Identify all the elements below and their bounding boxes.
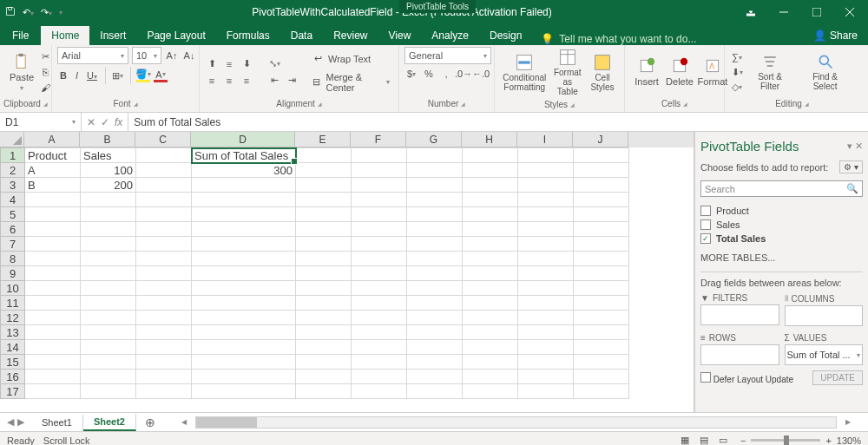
cell[interactable] bbox=[574, 237, 629, 252]
cell[interactable] bbox=[296, 296, 352, 311]
cell[interactable] bbox=[352, 148, 407, 163]
cell[interactable] bbox=[25, 252, 81, 266]
update-button[interactable]: UPDATE bbox=[812, 370, 863, 385]
cell[interactable] bbox=[518, 296, 574, 311]
field-checkbox[interactable] bbox=[700, 219, 711, 230]
cell[interactable] bbox=[296, 163, 352, 178]
cell[interactable] bbox=[574, 355, 629, 370]
cell[interactable] bbox=[81, 207, 136, 222]
cell[interactable] bbox=[463, 384, 518, 399]
cell[interactable] bbox=[352, 178, 407, 193]
field-checkbox[interactable] bbox=[700, 206, 711, 216]
bold-button[interactable]: B bbox=[57, 69, 69, 82]
sheet-nav-prev-icon[interactable]: ◀ bbox=[7, 416, 14, 428]
cell[interactable] bbox=[463, 340, 518, 355]
column-header[interactable]: E bbox=[295, 132, 351, 147]
insert-cells-button[interactable]: Insert bbox=[630, 56, 663, 88]
cell[interactable] bbox=[518, 207, 574, 222]
hscroll-right-icon[interactable]: ▶ bbox=[845, 418, 851, 426]
cell[interactable]: Sum of Total Sales bbox=[192, 148, 296, 163]
cell[interactable] bbox=[463, 178, 518, 193]
cell[interactable]: 300 bbox=[192, 163, 296, 178]
format-as-table-button[interactable]: Format as Table bbox=[549, 47, 586, 98]
cell[interactable] bbox=[407, 148, 463, 163]
field-search[interactable]: Search🔍 bbox=[700, 180, 863, 197]
cell[interactable] bbox=[518, 237, 574, 252]
cell[interactable] bbox=[25, 370, 81, 384]
increase-indent-icon[interactable]: ⇥ bbox=[285, 74, 299, 88]
cell[interactable] bbox=[518, 178, 574, 193]
merge-center-button[interactable]: ⊟Merge & Center▾ bbox=[307, 70, 393, 95]
tab-insert[interactable]: Insert bbox=[89, 26, 136, 45]
cell[interactable] bbox=[407, 355, 463, 370]
cell[interactable] bbox=[518, 148, 574, 163]
column-header[interactable]: H bbox=[462, 132, 517, 147]
cell[interactable] bbox=[574, 281, 629, 296]
cell[interactable] bbox=[518, 384, 574, 399]
row-header[interactable]: 6 bbox=[1, 222, 25, 237]
cell[interactable] bbox=[81, 355, 136, 370]
cell[interactable] bbox=[192, 340, 296, 355]
cell[interactable] bbox=[352, 237, 407, 252]
cell[interactable] bbox=[463, 296, 518, 311]
filters-dropzone[interactable] bbox=[700, 304, 779, 325]
cell[interactable] bbox=[352, 311, 407, 325]
cell[interactable] bbox=[136, 325, 192, 340]
tab-view[interactable]: View bbox=[378, 26, 422, 45]
cell[interactable]: A bbox=[25, 163, 81, 178]
row-header[interactable]: 14 bbox=[1, 340, 25, 355]
cell[interactable] bbox=[296, 340, 352, 355]
cell[interactable] bbox=[136, 207, 192, 222]
cell[interactable] bbox=[574, 325, 629, 340]
tab-analyze[interactable]: Analyze bbox=[421, 26, 479, 45]
cell[interactable] bbox=[352, 252, 407, 266]
cell[interactable] bbox=[81, 237, 136, 252]
cell[interactable] bbox=[407, 222, 463, 237]
cell[interactable] bbox=[136, 281, 192, 296]
cell[interactable] bbox=[192, 325, 296, 340]
cell[interactable] bbox=[407, 384, 463, 399]
row-header[interactable]: 13 bbox=[1, 325, 25, 340]
cell[interactable] bbox=[352, 325, 407, 340]
row-header[interactable]: 3 bbox=[1, 178, 25, 193]
cell[interactable] bbox=[352, 207, 407, 222]
cell[interactable] bbox=[518, 252, 574, 266]
cell[interactable] bbox=[25, 340, 81, 355]
copy-icon[interactable]: ⎘ bbox=[38, 65, 52, 79]
cell[interactable] bbox=[463, 163, 518, 178]
conditional-formatting-button[interactable]: Conditional Formatting bbox=[500, 52, 549, 94]
cell[interactable]: 100 bbox=[81, 163, 136, 178]
name-box[interactable]: D1▾ bbox=[0, 113, 82, 131]
sheet-tab-sheet2[interactable]: Sheet2 bbox=[83, 414, 136, 431]
align-top-icon[interactable]: ⬆ bbox=[205, 57, 219, 71]
cell[interactable] bbox=[463, 252, 518, 266]
cell[interactable] bbox=[136, 237, 192, 252]
cell[interactable] bbox=[192, 178, 296, 193]
cell[interactable] bbox=[407, 370, 463, 384]
more-tables-link[interactable]: MORE TABLES... bbox=[700, 249, 863, 266]
fx-icon[interactable]: fx bbox=[115, 116, 122, 128]
cell[interactable] bbox=[192, 355, 296, 370]
percent-icon[interactable]: % bbox=[422, 67, 436, 81]
column-header[interactable]: I bbox=[517, 132, 573, 147]
cell[interactable] bbox=[407, 325, 463, 340]
minimize-icon[interactable] bbox=[769, 2, 799, 23]
cell[interactable] bbox=[574, 384, 629, 399]
cell[interactable] bbox=[407, 237, 463, 252]
cell[interactable] bbox=[25, 296, 81, 311]
cell[interactable] bbox=[296, 193, 352, 207]
cell-styles-button[interactable]: Cell Styles bbox=[586, 52, 619, 94]
italic-button[interactable]: I bbox=[73, 69, 81, 82]
cell[interactable] bbox=[25, 193, 81, 207]
qat-customize-icon[interactable]: ▾ bbox=[59, 9, 62, 16]
increase-decimal-icon[interactable]: .0→ bbox=[457, 67, 470, 81]
cell[interactable] bbox=[25, 311, 81, 325]
column-header[interactable]: F bbox=[351, 132, 406, 147]
cell[interactable] bbox=[192, 193, 296, 207]
row-header[interactable]: 5 bbox=[1, 207, 25, 222]
cell[interactable] bbox=[192, 311, 296, 325]
cell[interactable] bbox=[518, 340, 574, 355]
cell[interactable] bbox=[407, 178, 463, 193]
cell[interactable] bbox=[192, 222, 296, 237]
cell[interactable] bbox=[574, 311, 629, 325]
